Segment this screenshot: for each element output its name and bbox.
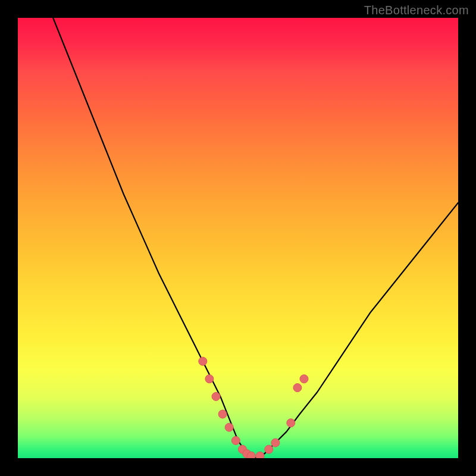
chart-gradient-background	[18, 18, 458, 458]
chart-frame	[18, 18, 458, 458]
watermark-text: TheBottleneck.com	[364, 4, 469, 17]
